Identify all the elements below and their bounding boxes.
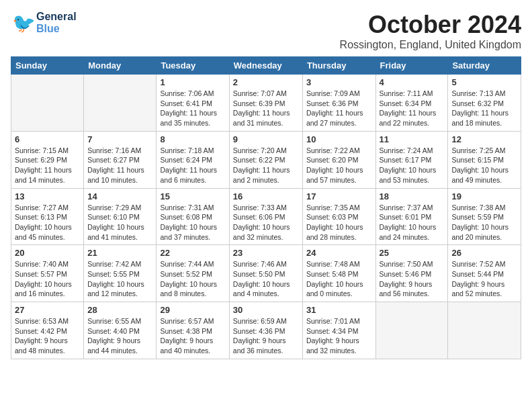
calendar-cell: 28Sunrise: 6:55 AM Sunset: 4:40 PM Dayli… (84, 302, 157, 359)
calendar-cell: 16Sunrise: 7:33 AM Sunset: 6:06 PM Dayli… (229, 188, 302, 245)
weekday-header-saturday: Saturday (448, 57, 521, 75)
calendar-cell: 24Sunrise: 7:48 AM Sunset: 5:48 PM Dayli… (302, 245, 375, 302)
day-info: Sunrise: 7:31 AM Sunset: 6:08 PM Dayligh… (160, 203, 225, 242)
day-info: Sunrise: 7:06 AM Sunset: 6:41 PM Dayligh… (160, 89, 225, 128)
day-number: 13 (15, 191, 80, 201)
day-number: 9 (233, 134, 299, 144)
day-info: Sunrise: 7:22 AM Sunset: 6:20 PM Dayligh… (306, 146, 372, 185)
day-number: 18 (380, 191, 445, 201)
weekday-header-thursday: Thursday (302, 57, 375, 75)
logo-icon: 🐦 (11, 11, 35, 35)
day-number: 25 (380, 248, 445, 258)
calendar-cell: 15Sunrise: 7:31 AM Sunset: 6:08 PM Dayli… (157, 188, 229, 245)
day-info: Sunrise: 7:35 AM Sunset: 6:03 PM Dayligh… (306, 203, 372, 242)
day-number: 14 (87, 191, 152, 201)
logo-name: General Blue (36, 11, 77, 34)
day-number: 3 (306, 77, 372, 87)
calendar-week-2: 6Sunrise: 7:15 AM Sunset: 6:29 PM Daylig… (11, 131, 521, 188)
day-info: Sunrise: 7:48 AM Sunset: 5:48 PM Dayligh… (306, 259, 372, 299)
day-number: 12 (451, 134, 517, 144)
day-info: Sunrise: 7:13 AM Sunset: 6:32 PM Dayligh… (451, 89, 517, 128)
day-number: 24 (306, 248, 372, 258)
calendar-table: SundayMondayTuesdayWednesdayThursdayFrid… (11, 56, 521, 359)
calendar-cell: 13Sunrise: 7:27 AM Sunset: 6:13 PM Dayli… (11, 188, 84, 245)
weekday-header-sunday: Sunday (11, 57, 84, 75)
day-number: 23 (233, 248, 299, 258)
calendar-cell: 6Sunrise: 7:15 AM Sunset: 6:29 PM Daylig… (11, 131, 84, 188)
day-info: Sunrise: 7:42 AM Sunset: 5:55 PM Dayligh… (87, 259, 152, 299)
day-number: 11 (380, 134, 445, 144)
day-info: Sunrise: 7:38 AM Sunset: 5:59 PM Dayligh… (451, 203, 517, 242)
day-number: 17 (306, 191, 372, 201)
day-number: 26 (451, 248, 517, 258)
day-info: Sunrise: 7:37 AM Sunset: 6:01 PM Dayligh… (380, 203, 445, 242)
day-number: 28 (87, 305, 152, 315)
calendar-cell: 1Sunrise: 7:06 AM Sunset: 6:41 PM Daylig… (157, 75, 229, 132)
day-number: 20 (15, 248, 80, 258)
calendar-week-5: 27Sunrise: 6:53 AM Sunset: 4:42 PM Dayli… (11, 302, 521, 359)
weekday-header-wednesday: Wednesday (229, 57, 302, 75)
title-area: October 2024 Rossington, England, United… (340, 11, 521, 51)
calendar-cell (375, 302, 448, 359)
day-number: 31 (306, 305, 372, 315)
calendar-cell: 30Sunrise: 6:59 AM Sunset: 4:36 PM Dayli… (229, 302, 302, 359)
day-number: 29 (160, 305, 225, 315)
calendar-week-1: 1Sunrise: 7:06 AM Sunset: 6:41 PM Daylig… (11, 75, 521, 132)
day-number: 21 (87, 248, 152, 258)
calendar-cell: 23Sunrise: 7:46 AM Sunset: 5:50 PM Dayli… (229, 245, 302, 302)
day-info: Sunrise: 6:53 AM Sunset: 4:42 PM Dayligh… (15, 316, 80, 356)
calendar-cell: 14Sunrise: 7:29 AM Sunset: 6:10 PM Dayli… (84, 188, 157, 245)
weekday-header-tuesday: Tuesday (157, 57, 229, 75)
calendar-cell (84, 75, 157, 132)
day-number: 6 (15, 134, 80, 144)
day-number: 5 (451, 77, 517, 87)
day-number: 4 (380, 77, 445, 87)
day-info: Sunrise: 7:25 AM Sunset: 6:15 PM Dayligh… (451, 146, 517, 185)
calendar-cell (448, 302, 521, 359)
day-number: 19 (451, 191, 517, 201)
day-number: 15 (160, 191, 225, 201)
weekday-header-monday: Monday (84, 57, 157, 75)
calendar-cell: 9Sunrise: 7:20 AM Sunset: 6:22 PM Daylig… (229, 131, 302, 188)
day-info: Sunrise: 7:50 AM Sunset: 5:46 PM Dayligh… (380, 259, 445, 299)
logo-blue: Blue (36, 23, 77, 35)
day-number: 10 (306, 134, 372, 144)
day-number: 7 (87, 134, 152, 144)
calendar-cell: 10Sunrise: 7:22 AM Sunset: 6:20 PM Dayli… (302, 131, 375, 188)
logo-general: General (36, 11, 77, 23)
day-number: 30 (233, 305, 299, 315)
day-number: 16 (233, 191, 299, 201)
calendar-cell: 27Sunrise: 6:53 AM Sunset: 4:42 PM Dayli… (11, 302, 84, 359)
day-info: Sunrise: 7:52 AM Sunset: 5:44 PM Dayligh… (451, 259, 517, 299)
calendar-cell: 31Sunrise: 7:01 AM Sunset: 4:34 PM Dayli… (302, 302, 375, 359)
calendar-cell: 12Sunrise: 7:25 AM Sunset: 6:15 PM Dayli… (448, 131, 521, 188)
day-info: Sunrise: 7:40 AM Sunset: 5:57 PM Dayligh… (15, 259, 80, 299)
day-info: Sunrise: 7:18 AM Sunset: 6:24 PM Dayligh… (160, 146, 225, 185)
calendar-cell: 3Sunrise: 7:09 AM Sunset: 6:36 PM Daylig… (302, 75, 375, 132)
day-number: 27 (15, 305, 80, 315)
calendar-week-3: 13Sunrise: 7:27 AM Sunset: 6:13 PM Dayli… (11, 188, 521, 245)
day-number: 22 (160, 248, 225, 258)
day-info: Sunrise: 7:33 AM Sunset: 6:06 PM Dayligh… (233, 203, 299, 242)
calendar-cell: 26Sunrise: 7:52 AM Sunset: 5:44 PM Dayli… (448, 245, 521, 302)
calendar-cell: 7Sunrise: 7:16 AM Sunset: 6:27 PM Daylig… (84, 131, 157, 188)
day-info: Sunrise: 7:01 AM Sunset: 4:34 PM Dayligh… (306, 316, 372, 356)
month-title: October 2024 (340, 11, 521, 39)
weekday-header-friday: Friday (375, 57, 448, 75)
calendar-header-row: SundayMondayTuesdayWednesdayThursdayFrid… (11, 57, 521, 75)
day-info: Sunrise: 6:57 AM Sunset: 4:38 PM Dayligh… (160, 316, 225, 356)
calendar-cell: 18Sunrise: 7:37 AM Sunset: 6:01 PM Dayli… (375, 188, 448, 245)
calendar-cell: 5Sunrise: 7:13 AM Sunset: 6:32 PM Daylig… (448, 75, 521, 132)
calendar-cell (11, 75, 84, 132)
day-info: Sunrise: 7:27 AM Sunset: 6:13 PM Dayligh… (15, 203, 80, 242)
svg-text:🐦: 🐦 (12, 12, 35, 34)
calendar-cell: 19Sunrise: 7:38 AM Sunset: 5:59 PM Dayli… (448, 188, 521, 245)
calendar-cell: 25Sunrise: 7:50 AM Sunset: 5:46 PM Dayli… (375, 245, 448, 302)
calendar-week-4: 20Sunrise: 7:40 AM Sunset: 5:57 PM Dayli… (11, 245, 521, 302)
day-number: 2 (233, 77, 299, 87)
day-number: 1 (160, 77, 225, 87)
page-header: 🐦 General Blue October 2024 Rossington, … (11, 11, 521, 51)
location: Rossington, England, United Kingdom (340, 39, 521, 51)
calendar-cell: 8Sunrise: 7:18 AM Sunset: 6:24 PM Daylig… (157, 131, 229, 188)
calendar-cell: 29Sunrise: 6:57 AM Sunset: 4:38 PM Dayli… (157, 302, 229, 359)
